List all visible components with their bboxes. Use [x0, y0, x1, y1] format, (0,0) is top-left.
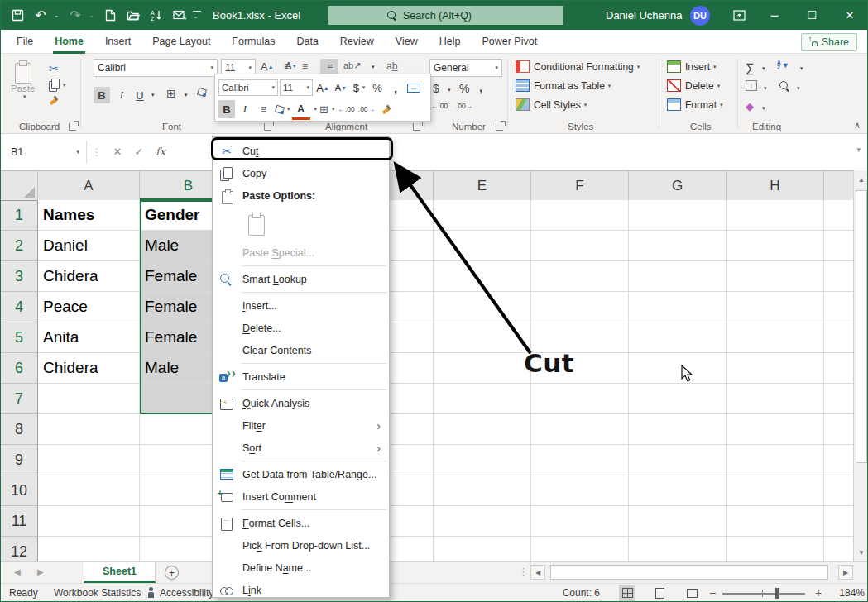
- cell-G12[interactable]: [629, 537, 727, 561]
- workbook-statistics-button[interactable]: Workbook Statistics: [54, 584, 141, 602]
- orientation-icon[interactable]: ab↗: [343, 60, 361, 71]
- clear-dropdown-icon[interactable]: ▾: [762, 105, 765, 112]
- customize-qat-icon[interactable]: ⌄: [193, 11, 201, 20]
- maximize-button[interactable]: ☐: [795, 1, 828, 30]
- autosum-dropdown-icon[interactable]: ▾: [762, 65, 765, 72]
- clipboard-dialog-launcher-icon[interactable]: [69, 123, 76, 131]
- number-dialog-launcher-icon[interactable]: [496, 123, 503, 131]
- alignment-dialog-launcher-icon[interactable]: [413, 123, 420, 131]
- cell-H9[interactable]: [727, 445, 824, 475]
- column-header-partial[interactable]: [824, 171, 853, 201]
- mini-increase-font-icon[interactable]: A▲: [314, 79, 331, 97]
- mini-accounting-icon[interactable]: $▾: [351, 79, 367, 97]
- user-name[interactable]: Daniel Uchenna: [606, 1, 683, 30]
- decrease-decimal-icon[interactable]: .00→: [456, 102, 472, 110]
- menu-item-quick-analysis[interactable]: Quick Analysis: [213, 392, 389, 414]
- tab-formulas[interactable]: Formulas: [228, 30, 278, 54]
- cell-G11[interactable]: [629, 506, 727, 537]
- enter-icon[interactable]: ✓: [128, 141, 150, 163]
- zoom-out-icon[interactable]: −: [709, 584, 716, 602]
- row-header-7[interactable]: 7: [1, 384, 38, 414]
- find-select-dropdown-icon[interactable]: ▾: [797, 85, 800, 92]
- scroll-down-icon[interactable]: ▼: [854, 545, 868, 560]
- increase-decimal-icon[interactable]: ←.00: [431, 102, 448, 110]
- row-header-11[interactable]: 11: [1, 506, 38, 537]
- horizontal-scroll-thumb[interactable]: [550, 565, 828, 580]
- menu-item-format-cells[interactable]: Format Cells...: [213, 512, 389, 534]
- mini-merge-center-icon[interactable]: ↔: [405, 79, 422, 97]
- column-header-g[interactable]: G: [629, 171, 727, 201]
- format-as-table-button[interactable]: Format as Table▾: [516, 79, 611, 92]
- column-header-e[interactable]: E: [434, 171, 531, 201]
- cell-x2[interactable]: [824, 231, 853, 261]
- mini-increase-decimal-icon[interactable]: ←.00: [337, 100, 355, 118]
- cell-x7[interactable]: [824, 384, 853, 414]
- scroll-right-icon[interactable]: ▶: [838, 565, 853, 580]
- cell-H1[interactable]: [727, 200, 824, 231]
- cell-A5[interactable]: Anita: [38, 322, 140, 353]
- fill-icon[interactable]: ↓: [746, 80, 757, 91]
- save-icon[interactable]: [7, 6, 27, 26]
- format-painter-icon[interactable]: [48, 95, 59, 106]
- cell-G3[interactable]: [629, 261, 727, 292]
- cell-styles-button[interactable]: Cell Styles▾: [516, 98, 587, 111]
- share-button[interactable]: Share: [801, 33, 857, 51]
- wrap-text-icon[interactable]: ab̲: [386, 60, 397, 72]
- cell-x6[interactable]: [824, 353, 853, 384]
- previous-sheet-icon[interactable]: ◀: [14, 567, 21, 576]
- cell-x12[interactable]: [824, 537, 853, 561]
- cell-E12[interactable]: [434, 537, 531, 561]
- select-all-corner[interactable]: [1, 171, 38, 201]
- normal-view-icon[interactable]: [619, 585, 635, 601]
- cell-E6[interactable]: [434, 353, 531, 384]
- row-header-9[interactable]: 9: [1, 445, 38, 475]
- cell-F1[interactable]: [531, 200, 629, 231]
- cell-F10[interactable]: [531, 475, 629, 506]
- tab-page-layout[interactable]: Page Layout: [149, 30, 213, 54]
- cell-F2[interactable]: [531, 231, 629, 261]
- align-top-icon[interactable]: ≡: [284, 60, 289, 72]
- undo-dropdown-icon[interactable]: ⌄: [54, 12, 62, 19]
- email-icon[interactable]: [170, 6, 189, 26]
- tab-review[interactable]: Review: [337, 30, 377, 54]
- cell-G5[interactable]: [629, 322, 727, 353]
- cell-G4[interactable]: [629, 292, 727, 322]
- cell-A2[interactable]: Daniel: [38, 231, 140, 261]
- row-header-2[interactable]: 2: [1, 231, 38, 261]
- align-bottom-icon[interactable]: ≡: [320, 59, 338, 75]
- page-break-view-icon[interactable]: [683, 585, 700, 601]
- cell-A6[interactable]: Chidera: [38, 353, 140, 384]
- new-file-icon[interactable]: [100, 6, 120, 26]
- comma-style-icon[interactable]: ,: [479, 80, 482, 95]
- cell-A4[interactable]: Peace: [38, 292, 140, 322]
- horizontal-scrollbar[interactable]: ⋮⋮ ◀ ▶: [530, 565, 853, 580]
- cell-F7[interactable]: [531, 384, 629, 414]
- accessibility-button[interactable]: Accessibility: [146, 584, 213, 602]
- column-header-h[interactable]: H: [727, 171, 824, 201]
- scroll-left-icon[interactable]: ◀: [530, 565, 545, 580]
- ribbon-display-options-icon[interactable]: [722, 1, 755, 30]
- sort-filter-icon[interactable]: AZ▼: [777, 60, 789, 70]
- cell-G1[interactable]: [629, 200, 727, 231]
- menu-item-pick-from-drop-down-list[interactable]: Pick From Drop-down List...: [213, 534, 389, 557]
- mini-fill-color-icon[interactable]: ▾: [273, 100, 291, 118]
- undo-icon[interactable]: ↶: [31, 6, 50, 26]
- cell-F8[interactable]: [531, 414, 629, 445]
- cell-E4[interactable]: [434, 292, 531, 322]
- cell-x1[interactable]: [824, 200, 853, 231]
- cell-x11[interactable]: [824, 506, 853, 537]
- menu-item-cut[interactable]: Cut: [213, 140, 389, 162]
- open-icon[interactable]: [123, 6, 143, 26]
- cell-H3[interactable]: [727, 261, 824, 292]
- cell-H11[interactable]: [727, 506, 824, 537]
- tab-help[interactable]: Help: [436, 30, 464, 54]
- menu-item-clear-contents[interactable]: Clear Contents: [213, 339, 389, 361]
- accounting-dropdown-icon[interactable]: ▾: [448, 87, 451, 93]
- cell-E3[interactable]: [434, 261, 531, 292]
- increase-font-size-icon[interactable]: A▲: [261, 60, 274, 73]
- find-select-icon[interactable]: [779, 80, 789, 91]
- cell-G6[interactable]: [629, 353, 727, 384]
- cell-G2[interactable]: [629, 231, 727, 261]
- menu-item-get-data-from-table-range[interactable]: Get Data from Table/Range...: [213, 463, 389, 485]
- collapse-ribbon-icon[interactable]: ∧: [854, 120, 861, 131]
